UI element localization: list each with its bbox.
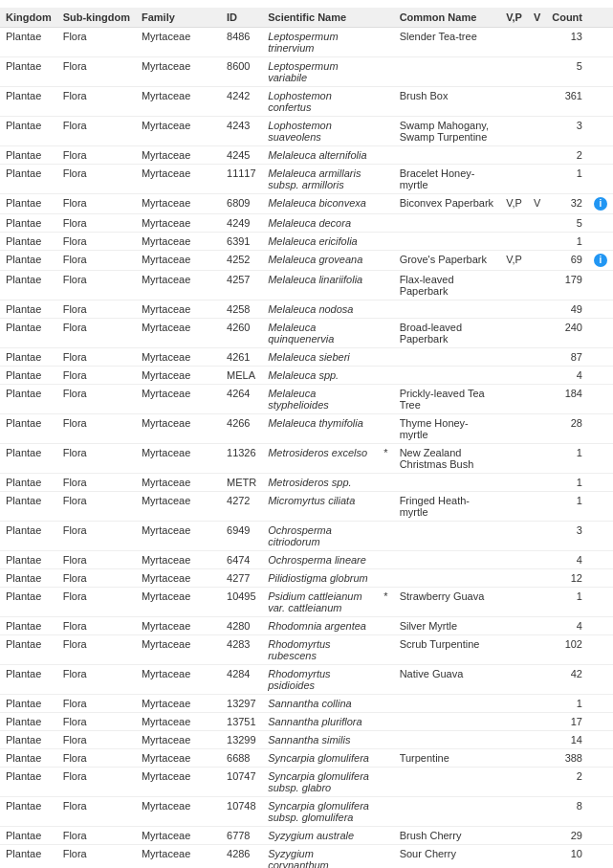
table-row: PlantaeFloraMyrtaceae4286Syzygium coryna… (0, 845, 613, 869)
count-cell: 14 (546, 731, 588, 749)
table-row: PlantaeFloraMyrtaceae10747Syncarpia glom… (0, 768, 613, 797)
scientific-name-cell: Melaleuca groveana (262, 251, 378, 271)
table-cell (528, 749, 546, 768)
table-row: PlantaeFloraMyrtaceae4258Melaleuca nodos… (0, 300, 613, 319)
table-cell: V,P (500, 194, 528, 214)
table-cell: Myrtaceae (136, 367, 221, 385)
table-cell: Plantae (0, 665, 57, 695)
table-cell (528, 385, 546, 414)
count-cell: 3 (546, 117, 588, 146)
count-cell: 1 (546, 492, 588, 522)
table-cell[interactable]: i (588, 251, 613, 271)
table-cell: Myrtaceae (136, 57, 221, 87)
table-cell: Swamp Mahogany, Swamp Turpentine (394, 117, 501, 146)
asterisk-cell: * (378, 444, 393, 474)
table-cell: 4243 (221, 117, 262, 146)
scientific-name-cell: Melaleuca spp. (262, 367, 378, 385)
table-cell: 4280 (221, 617, 262, 635)
table-cell: Flora (57, 385, 136, 414)
scientific-name-cell: Micromyrtus ciliata (262, 492, 378, 522)
table-cell (500, 492, 528, 522)
table-cell: Myrtaceae (136, 300, 221, 319)
table-row: PlantaeFloraMyrtaceae10495Psidium cattle… (0, 588, 613, 617)
table-cell (394, 797, 501, 827)
table-cell: Flax-leaved Paperbark (394, 271, 501, 300)
table-cell: Flora (57, 57, 136, 87)
scientific-name-cell: Ochrosperma citriodorum (262, 522, 378, 551)
table-row: PlantaeFloraMyrtaceaeMELAMelaleuca spp.4 (0, 367, 613, 385)
count-cell: 13 (546, 28, 588, 57)
table-cell: Myrtaceae (136, 551, 221, 569)
table-cell (588, 522, 613, 551)
count-cell: 87 (546, 348, 588, 367)
asterisk-cell (378, 731, 393, 749)
table-cell: 6391 (221, 233, 262, 251)
table-cell (394, 57, 501, 87)
asterisk-cell (378, 797, 393, 827)
table-cell: Flora (57, 300, 136, 319)
table-cell[interactable]: i (588, 194, 613, 214)
asterisk-cell (378, 28, 393, 57)
asterisk-cell (378, 165, 393, 194)
count-cell: 69 (546, 251, 588, 271)
table-cell (588, 695, 613, 713)
table-cell: Myrtaceae (136, 695, 221, 713)
table-cell: Plantae (0, 768, 57, 797)
table-cell: Flora (57, 731, 136, 749)
table-cell: 4286 (221, 845, 262, 869)
col-header-kingdom: Kingdom (0, 8, 57, 28)
table-cell (500, 797, 528, 827)
table-cell (588, 569, 613, 588)
count-cell: 3 (546, 522, 588, 551)
count-cell: 361 (546, 87, 588, 117)
table-cell: Flora (57, 444, 136, 474)
table-cell (500, 28, 528, 57)
table-cell: Plantae (0, 194, 57, 214)
table-cell: Flora (57, 665, 136, 695)
table-cell: Myrtaceae (136, 348, 221, 367)
col-header-v: V (528, 8, 546, 28)
table-cell (528, 551, 546, 569)
table-row: PlantaeFloraMyrtaceae13297Sannantha coll… (0, 695, 613, 713)
table-cell: Bracelet Honey-myrtle (394, 165, 501, 194)
table-cell (500, 749, 528, 768)
count-cell: 5 (546, 57, 588, 87)
table-cell: 4249 (221, 214, 262, 233)
table-cell (394, 731, 501, 749)
table-cell: Plantae (0, 797, 57, 827)
table-cell: Plantae (0, 385, 57, 414)
table-cell (500, 233, 528, 251)
count-cell: 29 (546, 827, 588, 845)
count-cell: 4 (546, 551, 588, 569)
info-button[interactable]: i (594, 254, 607, 267)
asterisk-cell (378, 146, 393, 165)
scientific-name-cell: Melaleuca ericifolia (262, 233, 378, 251)
table-cell (588, 845, 613, 869)
count-cell: 49 (546, 300, 588, 319)
table-cell (528, 474, 546, 492)
table-row: PlantaeFloraMyrtaceae6688Syncarpia glomu… (0, 749, 613, 768)
table-cell (588, 57, 613, 87)
table-cell: 4242 (221, 87, 262, 117)
table-cell: Plantae (0, 695, 57, 713)
table-cell: Plantae (0, 87, 57, 117)
info-button[interactable]: i (594, 197, 607, 211)
table-cell: Myrtaceae (136, 588, 221, 617)
table-cell: Myrtaceae (136, 319, 221, 348)
table-cell: Plantae (0, 588, 57, 617)
scientific-name-cell: Sannantha collina (262, 695, 378, 713)
table-cell: Plantae (0, 233, 57, 251)
table-cell: Plantae (0, 414, 57, 444)
table-cell (500, 271, 528, 300)
table-cell: 4257 (221, 271, 262, 300)
table-cell (500, 569, 528, 588)
table-cell: METR (221, 474, 262, 492)
count-cell: 8 (546, 797, 588, 827)
count-cell: 240 (546, 319, 588, 348)
table-cell: Plantae (0, 474, 57, 492)
asterisk-cell (378, 271, 393, 300)
table-cell: Myrtaceae (136, 522, 221, 551)
table-cell (588, 271, 613, 300)
table-cell: Fringed Heath-myrtle (394, 492, 501, 522)
table-cell (528, 797, 546, 827)
